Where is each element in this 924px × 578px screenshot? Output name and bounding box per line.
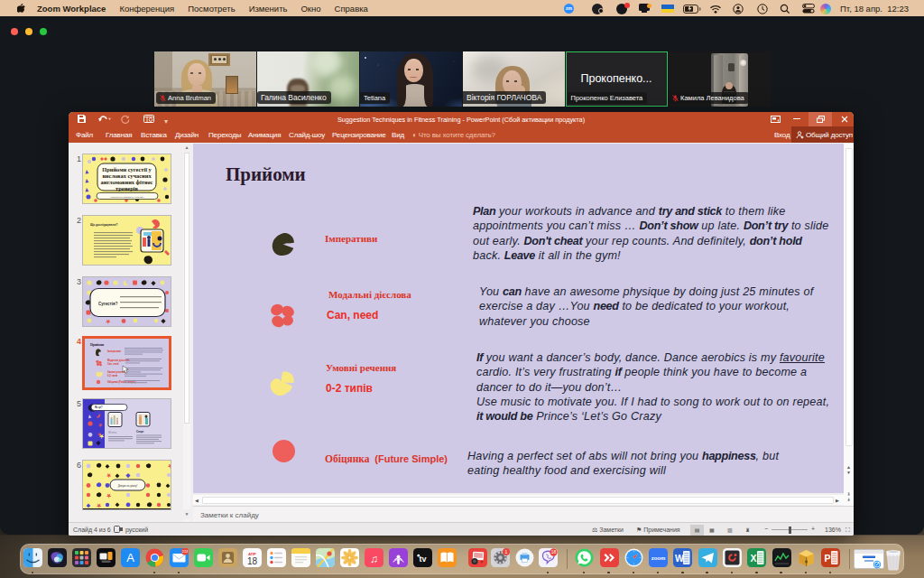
- svg-text:213: 213: [181, 549, 188, 554]
- svg-text:Прийоми: Прийоми: [90, 343, 104, 347]
- svg-text:Фітнес: Фітнес: [108, 431, 117, 434]
- svg-text:18: 18: [246, 556, 257, 566]
- svg-text:Спорт: Спорт: [136, 430, 144, 434]
- svg-text:W: W: [675, 553, 684, 564]
- svg-text:0-2 типів: 0-2 типів: [107, 374, 118, 378]
- svg-text:висловах сучасних: висловах сучасних: [102, 172, 152, 179]
- svg-text:Can, need: Can, need: [107, 362, 119, 366]
- svg-text:Прийоми сугестії у: Прийоми сугестії у: [102, 166, 152, 172]
- svg-text:zoom: zoom: [651, 555, 666, 561]
- svg-text:Що досліджували?: Що досліджували?: [90, 223, 117, 227]
- svg-text:Дякую за увагу!: Дякую за увагу!: [118, 484, 138, 488]
- svg-text:A: A: [126, 551, 134, 564]
- svg-text:X: X: [751, 553, 757, 564]
- svg-text:Прокопенко Єлизавета, ГРШ-23Н: Прокопенко Єлизавета, ГРШ-23Н: [110, 196, 143, 199]
- svg-text:Як це?: Як це?: [95, 406, 103, 409]
- svg-text:P: P: [825, 553, 831, 564]
- svg-text:♫: ♫: [370, 553, 378, 565]
- svg-text:18: 18: [550, 550, 556, 555]
- svg-text:tv: tv: [419, 555, 426, 564]
- svg-text:Імперативи: Імперативи: [107, 350, 121, 353]
- svg-text:1: 1: [505, 549, 508, 555]
- svg-text:тренерів: тренерів: [116, 185, 138, 191]
- svg-text:Сугестія?: Сугестія?: [98, 302, 118, 306]
